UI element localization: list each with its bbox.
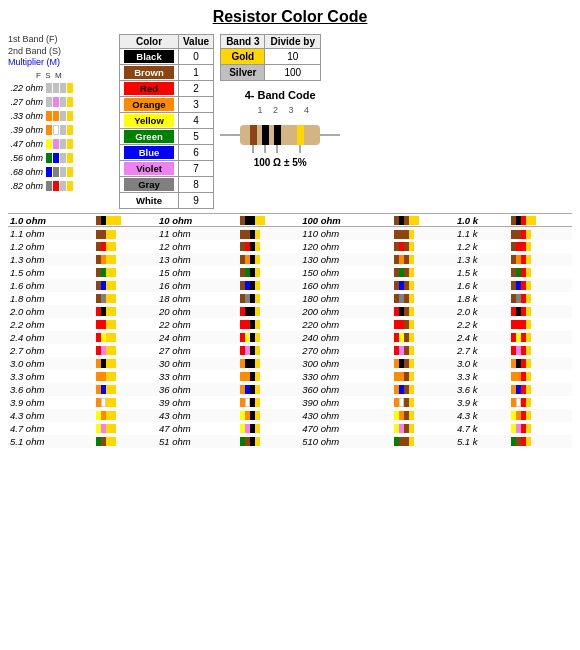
color-table-row: Yellow 4 bbox=[120, 113, 214, 129]
band3-section: Band 3 Divide by Gold 10Silver 100 bbox=[220, 34, 340, 81]
main-table-row: 3.9 ohm39 ohm390 ohm3.9 k bbox=[8, 396, 572, 409]
ohm-label: 100 Ω ± 5% bbox=[254, 157, 307, 168]
band-numbers: 1 2 3 4 bbox=[257, 105, 313, 115]
band3-col-header: Band 3 bbox=[221, 35, 265, 49]
main-table-row: 1.3 ohm13 ohm130 ohm1.3 k bbox=[8, 253, 572, 266]
color-col-header: Color bbox=[120, 35, 179, 49]
color-table-row: Blue 6 bbox=[120, 145, 214, 161]
legend-rows: .22 ohm .27 ohm .33 ohm .39 ohm .47 ohm … bbox=[8, 81, 113, 193]
legend-row: .27 ohm bbox=[8, 95, 113, 109]
diagram-title: 4- Band Code bbox=[245, 89, 316, 101]
main-table-row: 2.4 ohm24 ohm240 ohm2.4 k bbox=[8, 331, 572, 344]
band3-row: Gold 10 bbox=[221, 49, 321, 65]
main-table-row: 3.0 ohm30 ohm300 ohm3.0 k bbox=[8, 357, 572, 370]
svg-rect-5 bbox=[274, 125, 281, 145]
main-table-row: 4.7 ohm47 ohm470 ohm4.7 k bbox=[8, 422, 572, 435]
resistor-svg bbox=[220, 117, 340, 153]
resistor-diagram: 4- Band Code 1 2 3 4 bbox=[220, 85, 340, 209]
main-table-row: 1.1 ohm11 ohm110 ohm1.1 k bbox=[8, 227, 572, 240]
legend-row: .22 ohm bbox=[8, 81, 113, 95]
main-table-row: 3.6 ohm36 ohm360 ohm3.6 k bbox=[8, 383, 572, 396]
color-table-row: Green 5 bbox=[120, 129, 214, 145]
color-table-row: Gray 8 bbox=[120, 177, 214, 193]
legend-row: .68 ohm bbox=[8, 165, 113, 179]
band3-table: Band 3 Divide by Gold 10Silver 100 bbox=[220, 34, 321, 81]
color-table: Color Value Black 0 Brown 1 Red 2 Orange… bbox=[119, 34, 214, 209]
value-col-header: Value bbox=[179, 35, 214, 49]
color-table-section: Color Value Black 0 Brown 1 Red 2 Orange… bbox=[119, 34, 214, 209]
color-table-row: White 9 bbox=[120, 193, 214, 209]
legend-row: .47 ohm bbox=[8, 137, 113, 151]
fsm-label: F S M bbox=[36, 71, 113, 80]
main-table-row: 2.0 ohm20 ohm200 ohm2.0 k bbox=[8, 305, 572, 318]
svg-rect-4 bbox=[262, 125, 269, 145]
page-title: Resistor Color Code bbox=[8, 8, 572, 26]
legend-row: .33 ohm bbox=[8, 109, 113, 123]
main-table-row: 1.5 ohm15 ohm150 ohm1.5 k bbox=[8, 266, 572, 279]
main-table-row: 1.8 ohm18 ohm180 ohm1.8 k bbox=[8, 292, 572, 305]
main-table-row: 3.3 ohm33 ohm330 ohm3.3 k bbox=[8, 370, 572, 383]
svg-rect-6 bbox=[297, 125, 304, 145]
main-table-row: 2.7 ohm27 ohm270 ohm2.7 k bbox=[8, 344, 572, 357]
main-table-row: 4.3 ohm43 ohm430 ohm4.3 k bbox=[8, 409, 572, 422]
band3-row: Silver 100 bbox=[221, 65, 321, 81]
svg-rect-3 bbox=[250, 125, 257, 145]
color-table-row: Violet 7 bbox=[120, 161, 214, 177]
legend-row: .56 ohm bbox=[8, 151, 113, 165]
main-table-header: 1.0 ohm10 ohm100 ohm1.0 k bbox=[8, 214, 572, 227]
legend-section: 1st Band (F) 2nd Band (S) Multiplier (M)… bbox=[8, 34, 113, 209]
color-table-row: Brown 1 bbox=[120, 65, 214, 81]
divideby-col-header: Divide by bbox=[265, 35, 320, 49]
main-table-row: 1.2 ohm12 ohm120 ohm1.2 k bbox=[8, 240, 572, 253]
page: Resistor Color Code 1st Band (F) 2nd Ban… bbox=[0, 0, 580, 650]
color-table-row: Orange 3 bbox=[120, 97, 214, 113]
main-table-row: 2.2 ohm22 ohm220 ohm2.2 k bbox=[8, 318, 572, 331]
main-table-row: 1.6 ohm16 ohm160 ohm1.6 k bbox=[8, 279, 572, 292]
legend-row: .82 ohm bbox=[8, 179, 113, 193]
main-data-table: 1.0 ohm10 ohm100 ohm1.0 k1.1 ohm11 ohm11… bbox=[8, 213, 572, 448]
legend-row: .39 ohm bbox=[8, 123, 113, 137]
main-table-row: 5.1 ohm51 ohm510 ohm5.1 k bbox=[8, 435, 572, 448]
color-table-row: Red 2 bbox=[120, 81, 214, 97]
color-table-row: Black 0 bbox=[120, 49, 214, 65]
